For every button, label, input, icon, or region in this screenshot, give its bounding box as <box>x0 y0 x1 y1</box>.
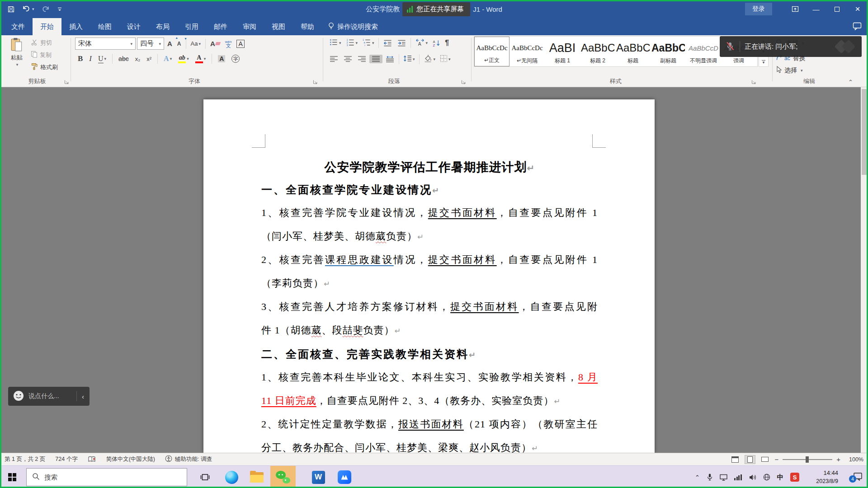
redo-icon[interactable] <box>42 5 50 13</box>
start-button[interactable] <box>0 466 24 488</box>
taskbar-app-wechat[interactable] <box>270 466 296 488</box>
tab-文件[interactable]: 文件 <box>4 18 33 35</box>
style-card-标题1[interactable]: AaBI标题 1 <box>545 37 580 66</box>
strikethrough-button[interactable]: abc <box>117 54 131 63</box>
page-indicator[interactable]: 第 1 页，共 2 页 <box>5 455 45 463</box>
phonetic-guide-button[interactable]: wén文 <box>223 39 234 49</box>
style-card-副标题[interactable]: AaBbC副标题 <box>651 37 686 66</box>
character-border-button[interactable]: A <box>235 39 246 49</box>
shrink-font-button[interactable]: A▾ <box>175 40 183 48</box>
taskbar-clock[interactable]: 14:44 2023/8/9 <box>803 469 838 485</box>
clipboard-dialog-launcher-icon[interactable] <box>63 79 70 85</box>
align-center-button[interactable] <box>341 55 354 63</box>
clear-formatting-button[interactable]: A <box>208 39 222 48</box>
decrease-indent-button[interactable] <box>381 38 394 48</box>
change-case-button[interactable]: Aa▾ <box>189 39 203 48</box>
minimize-icon[interactable]: — <box>806 0 826 18</box>
align-left-button[interactable] <box>327 55 340 63</box>
italic-button[interactable]: I <box>87 53 94 64</box>
save-icon[interactable] <box>7 5 15 13</box>
cut-button[interactable]: 剪切 <box>31 39 58 47</box>
line-spacing-button[interactable]: ▾ <box>401 54 417 64</box>
font-name-combo[interactable]: 宋体▾ <box>75 38 136 50</box>
bullets-button[interactable]: ▾ <box>327 38 343 48</box>
maximize-icon[interactable] <box>826 0 847 18</box>
align-right-button[interactable] <box>355 55 368 63</box>
zoom-level[interactable]: 100% <box>844 456 863 463</box>
character-shading-button[interactable]: A <box>216 54 227 63</box>
web-layout-icon[interactable] <box>760 455 770 464</box>
display-icon[interactable] <box>720 474 727 481</box>
style-card-无间隔[interactable]: AaBbCcDc↵无间隔 <box>509 37 545 66</box>
tell-me-search[interactable]: 操作说明搜索 <box>322 18 384 35</box>
numbering-button[interactable]: 123▾ <box>344 38 360 48</box>
tab-审阅[interactable]: 审阅 <box>235 18 264 35</box>
sort-button[interactable]: AZ <box>430 38 442 48</box>
smiley-icon[interactable] <box>13 390 24 403</box>
multilevel-list-button[interactable]: 1ai▾ <box>360 38 376 48</box>
enclose-characters-button[interactable]: 字 <box>230 54 241 64</box>
ribbon-display-options-icon[interactable] <box>785 0 806 18</box>
spellcheck-book-icon[interactable] <box>88 456 96 463</box>
borders-button[interactable]: ▾ <box>438 54 453 65</box>
zoom-in-button[interactable]: + <box>836 455 840 463</box>
asian-layout-button[interactable]: A▾ <box>413 38 430 48</box>
collapse-ribbon-icon[interactable]: ⌃ <box>848 79 853 85</box>
zoom-slider-thumb[interactable] <box>806 456 809 463</box>
style-card-正文[interactable]: AaBbCcDc↵正文 <box>474 37 509 66</box>
tab-邮件[interactable]: 邮件 <box>206 18 235 35</box>
network-icon[interactable] <box>763 474 770 481</box>
tab-插入[interactable]: 插入 <box>61 18 90 35</box>
text-effects-button[interactable]: A▾ <box>162 54 174 64</box>
superscript-button[interactable]: x² <box>145 55 153 63</box>
font-size-combo[interactable]: 四号▾ <box>137 38 164 50</box>
style-card-标题[interactable]: AaBbC标题 <box>615 37 651 66</box>
style-card-标题2[interactable]: AaBbC标题 2 <box>580 37 615 66</box>
taskbar-app-word[interactable]: W <box>306 466 331 488</box>
style-card-不明显强调[interactable]: AaBbCcD不明显强调 <box>686 37 721 66</box>
language-indicator[interactable]: 简体中文(中国大陆) <box>106 455 155 463</box>
taskbar-search-input[interactable]: 搜索 <box>26 468 187 486</box>
paragraph-dialog-launcher-icon[interactable] <box>460 79 467 85</box>
accessibility-status[interactable]: 辅助功能: 调查 <box>165 455 212 464</box>
select-button[interactable]: 选择▾ <box>776 66 803 75</box>
zoom-out-button[interactable]: − <box>774 455 778 463</box>
distribute-button[interactable] <box>383 55 396 63</box>
format-painter-button[interactable]: 格式刷 <box>31 63 58 71</box>
task-view-button[interactable] <box>194 466 215 488</box>
tab-开始[interactable]: 开始 <box>33 18 61 35</box>
volume-icon[interactable] <box>749 474 756 481</box>
chevron-up-icon[interactable]: ⌃ <box>695 474 700 481</box>
read-mode-icon[interactable] <box>730 455 741 464</box>
taskbar-app-file-explorer[interactable] <box>244 466 269 488</box>
microphone-icon[interactable] <box>707 473 713 481</box>
sogou-input-icon[interactable]: S <box>790 473 799 482</box>
print-layout-icon[interactable] <box>745 455 755 464</box>
zoom-slider[interactable] <box>783 459 832 460</box>
tab-视图[interactable]: 视图 <box>264 18 293 35</box>
font-color-button[interactable]: A▾ <box>193 54 208 64</box>
meeting-chat-bar[interactable]: 说点什么... ‹ <box>8 387 90 406</box>
close-icon[interactable]: × <box>847 0 868 18</box>
gallery-more-icon[interactable]: ▼ <box>759 56 769 67</box>
tab-引用[interactable]: 引用 <box>177 18 206 35</box>
customize-quick-access-icon[interactable] <box>57 6 62 12</box>
chat-input-placeholder[interactable]: 说点什么... <box>28 392 72 400</box>
paste-button[interactable]: 粘贴▾ <box>5 38 28 67</box>
word-count[interactable]: 724 个字 <box>55 455 77 463</box>
increase-indent-button[interactable] <box>395 38 408 48</box>
underline-button[interactable]: U▾ <box>96 54 108 64</box>
copy-button[interactable]: 复制 <box>31 51 58 59</box>
login-button[interactable]: 登录 <box>745 3 772 15</box>
tab-设计[interactable]: 设计 <box>119 18 148 35</box>
scrollbar-thumb[interactable] <box>862 89 867 175</box>
document-page[interactable]: 公安学院教学评估工作暑期推进计划↵一、全面核查学院专业建设情况↵1、核查完善学院… <box>203 99 655 453</box>
ime-indicator[interactable]: 中 <box>777 473 784 482</box>
taskbar-app-tencent-meeting[interactable] <box>332 466 357 488</box>
taskbar-app-edge[interactable] <box>219 466 244 488</box>
tab-绘图[interactable]: 绘图 <box>90 18 119 35</box>
bold-button[interactable]: B <box>76 53 85 64</box>
signal-icon[interactable] <box>734 474 742 480</box>
notification-center-button[interactable]: 4 <box>853 472 863 482</box>
comments-icon[interactable] <box>853 22 862 32</box>
